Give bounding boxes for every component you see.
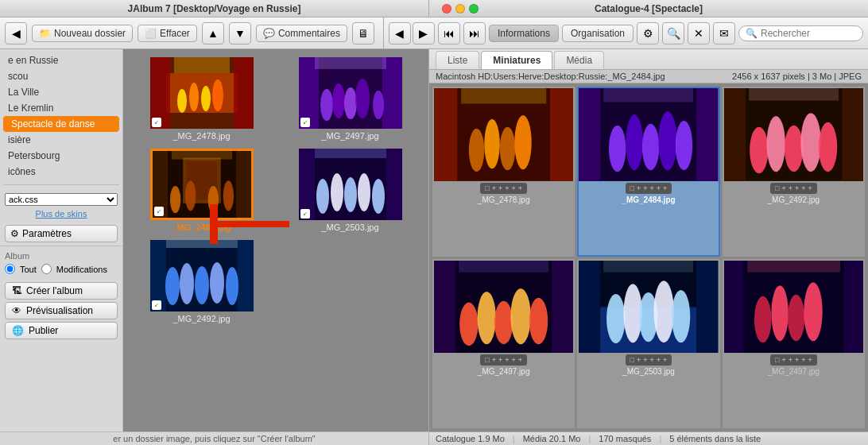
sidebar-item-ville[interactable]: La Ville — [0, 84, 122, 100]
informations-button[interactable]: Informations — [489, 25, 559, 42]
publish-button[interactable]: 🌐 Publier — [5, 322, 118, 339]
close-button[interactable] — [442, 4, 451, 14]
svg-rect-76 — [552, 261, 573, 354]
svg-rect-58 — [696, 88, 718, 181]
svg-point-15 — [355, 79, 370, 118]
left-panel: e en Russie scou La Ville Le Kremlin Spe… — [0, 49, 429, 445]
sidebar-item-petersbourg[interactable]: Petersbourg — [0, 148, 122, 164]
thumb-cell-5[interactable]: □ + + + + + _MG_2497.jpg — [723, 259, 865, 429]
svg-point-61 — [642, 124, 659, 170]
tab-media[interactable]: Média — [554, 51, 604, 69]
image-item-2[interactable]: ↙ _MG_2484.jpg — [131, 149, 272, 232]
thumb-dance-svg-1 — [579, 88, 718, 181]
skin-link[interactable]: Plus de skins — [5, 209, 118, 219]
status-media: Média 20.1 Mo — [523, 434, 581, 443]
mail-button[interactable]: ✉ — [713, 22, 735, 44]
jump-start-button[interactable]: ⏮ — [438, 22, 460, 44]
settings-icon-button[interactable]: ⚙ — [637, 22, 659, 44]
svg-rect-39 — [238, 240, 254, 312]
nav-right-button[interactable]: ▶ — [413, 22, 435, 44]
skin-select-row: ack.css — [5, 193, 118, 206]
move-up-button[interactable]: ▲ — [202, 22, 224, 44]
creer-album-button[interactable]: 🏗 Créer l'album — [5, 282, 118, 300]
monitor-button[interactable]: 🖥 — [352, 22, 374, 44]
image-item-3[interactable]: ↙ _MG_2503.jpg — [280, 149, 420, 232]
thumb-cell-4[interactable]: □ + + + + + _MG_2503.jpg — [577, 259, 719, 429]
thumb-label-2: _MG_2492.jpg — [768, 195, 820, 204]
search-input[interactable] — [761, 28, 856, 39]
new-folder-button[interactable]: 📁 Nouveau dossier — [32, 25, 133, 42]
image-item-1[interactable]: ↙ _MG_2497.jpg — [280, 57, 420, 141]
nav-left-button[interactable]: ◀ — [389, 22, 411, 44]
thumb-img-3 — [434, 261, 573, 354]
svg-rect-64 — [604, 88, 694, 103]
minimize-button[interactable] — [455, 4, 465, 14]
svg-rect-75 — [434, 261, 455, 354]
thumb-controls-3: □ + + + + + — [480, 354, 527, 366]
thumb-dance-svg-4 — [579, 261, 718, 354]
radio-tout[interactable] — [5, 264, 15, 274]
thumb-img-1 — [579, 88, 718, 181]
tab-liste[interactable]: Liste — [436, 51, 479, 69]
sidebar-item-spectacle[interactable]: Spectacle de danse — [3, 116, 119, 132]
svg-rect-95 — [844, 261, 863, 354]
right-panel: Liste Miniatures Média Macintosh HD:User… — [429, 49, 868, 445]
svg-point-90 — [654, 281, 674, 342]
comments-button[interactable]: 💬 Commentaires — [256, 25, 347, 42]
svg-point-96 — [754, 296, 771, 342]
sidebar-item-icones[interactable]: icônes — [0, 164, 122, 180]
svg-rect-36 — [315, 149, 386, 158]
thumbnails-grid: □ + + + + + _MG_2478.jpg — [429, 83, 868, 431]
back-button[interactable]: ◀ — [5, 22, 27, 44]
sidebar-item-riviere[interactable]: isière — [0, 132, 122, 148]
svg-point-98 — [788, 294, 804, 340]
svg-point-23 — [169, 186, 180, 213]
move-down-button[interactable]: ▼ — [229, 22, 251, 44]
thumb-cell-3[interactable]: □ + + + + + _MG_2497.jpg — [432, 259, 575, 429]
preview-button[interactable]: 👁 Prévisualisation — [5, 302, 118, 319]
thumb-cell-1[interactable]: □ + + + + + _MG_2484.jpg — [577, 87, 719, 257]
svg-point-99 — [804, 282, 822, 341]
delete-button[interactable]: ⬜ Effacer — [138, 25, 197, 42]
zoom-button[interactable]: 🔍 — [662, 22, 684, 44]
search-icon: 🔍 — [746, 28, 758, 39]
jump-end-button[interactable]: ⏭ — [463, 22, 486, 44]
thumb-cell-0[interactable]: □ + + + + + _MG_2478.jpg — [432, 87, 575, 257]
delete-right-button[interactable]: ✕ — [688, 22, 710, 44]
organisation-button[interactable]: Organisation — [562, 25, 634, 42]
svg-rect-45 — [166, 240, 238, 248]
image-item-4[interactable]: ↙ _MG_2492.jpg — [131, 240, 272, 323]
svg-rect-27 — [171, 150, 231, 159]
radio-modifications[interactable] — [41, 264, 52, 274]
sidebar-item-moscou[interactable]: scou — [0, 68, 122, 84]
img-corner-1: ↙ — [300, 118, 310, 127]
svg-point-31 — [316, 179, 329, 214]
img-corner-0: ↙ — [152, 118, 161, 127]
image-item-0[interactable]: ↙ _MG_2478.jpg — [131, 57, 272, 141]
dance-svg-3 — [299, 149, 402, 220]
file-path: Macintosh HD:Users:Herve:Desktop:Russie:… — [436, 72, 665, 81]
search-box[interactable]: 🔍 — [738, 25, 863, 41]
status-bar: Catalogue 1.9 Mo | Média 20.1 Mo | 170 m… — [429, 431, 868, 445]
status-catalogue: Catalogue 1.9 Mo — [436, 434, 505, 443]
skin-select[interactable]: ack.css — [5, 193, 118, 206]
maximize-button[interactable] — [469, 4, 479, 14]
status-masques: 170 masqués — [599, 434, 651, 443]
thumb-cell-2[interactable]: □ + + + + + _MG_2492.jpg — [723, 87, 865, 257]
sidebar-divider — [3, 184, 119, 185]
img-corner-2: ↙ — [154, 207, 164, 216]
action-btns: 🏗 Créer l'album 👁 Prévisualisation 🌐 Pub… — [0, 279, 122, 342]
params-button[interactable]: ⚙ Paramètres — [5, 225, 118, 242]
comment-icon: 💬 — [263, 28, 275, 39]
svg-rect-94 — [724, 261, 743, 354]
sidebar-item-kremlin[interactable]: Le Kremlin — [0, 100, 122, 116]
tab-miniatures[interactable]: Miniatures — [481, 51, 552, 69]
delete-icon: ⬜ — [145, 28, 157, 39]
image-label-0: _MG_2478.jpg — [172, 131, 230, 141]
thumb-dance-svg-2 — [724, 88, 863, 181]
thumb-controls-2: □ + + + + + — [770, 183, 817, 194]
svg-rect-92 — [604, 261, 694, 273]
svg-point-63 — [676, 121, 692, 170]
sidebar-item-russie[interactable]: e en Russie — [0, 52, 122, 68]
image-thumb-0: ↙ — [150, 57, 254, 129]
